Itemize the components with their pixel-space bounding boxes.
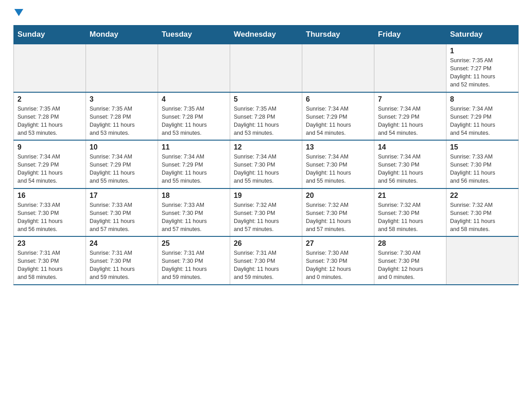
day-number: 15 [450,143,515,151]
calendar-cell-week2-day4: 13Sunrise: 7:34 AM Sunset: 7:30 PM Dayli… [302,140,374,188]
calendar-cell-week4-day3: 26Sunrise: 7:31 AM Sunset: 7:30 PM Dayli… [230,236,302,285]
day-info: Sunrise: 7:31 AM Sunset: 7:30 PM Dayligh… [90,249,154,282]
calendar-cell-week1-day3: 5Sunrise: 7:35 AM Sunset: 7:28 PM Daylig… [230,92,302,141]
day-number: 16 [17,192,82,200]
calendar-cell-week2-day2: 11Sunrise: 7:34 AM Sunset: 7:29 PM Dayli… [158,140,230,188]
day-info: Sunrise: 7:34 AM Sunset: 7:30 PM Dayligh… [234,153,298,185]
day-number: 10 [90,143,154,151]
calendar-header-row: Sunday Monday Tuesday Wednesday Thursday… [14,26,519,44]
day-info: Sunrise: 7:31 AM Sunset: 7:30 PM Dayligh… [162,249,226,282]
day-info: Sunrise: 7:32 AM Sunset: 7:30 PM Dayligh… [450,201,515,234]
calendar-cell-week0-day2 [158,44,230,92]
calendar-cell-week3-day2: 18Sunrise: 7:33 AM Sunset: 7:30 PM Dayli… [158,188,230,237]
day-info: Sunrise: 7:34 AM Sunset: 7:29 PM Dayligh… [306,105,370,137]
logo-triangle-icon [14,9,23,16]
calendar-cell-week0-day0 [14,44,86,92]
day-number: 27 [306,240,370,248]
day-number: 9 [17,143,82,151]
day-info: Sunrise: 7:34 AM Sunset: 7:29 PM Dayligh… [90,153,154,185]
calendar-cell-week3-day4: 20Sunrise: 7:32 AM Sunset: 7:30 PM Dayli… [302,188,374,237]
calendar-cell-week1-day1: 3Sunrise: 7:35 AM Sunset: 7:28 PM Daylig… [86,92,158,141]
calendar-table: Sunday Monday Tuesday Wednesday Thursday… [13,25,519,285]
day-number: 2 [17,95,82,103]
day-number: 1 [450,47,515,55]
calendar-cell-week1-day0: 2Sunrise: 7:35 AM Sunset: 7:28 PM Daylig… [14,92,86,141]
calendar-cell-week4-day2: 25Sunrise: 7:31 AM Sunset: 7:30 PM Dayli… [158,236,230,285]
day-number: 11 [162,143,226,151]
calendar-cell-week4-day5: 28Sunrise: 7:30 AM Sunset: 7:30 PM Dayli… [374,236,446,285]
calendar-week-row-4: 23Sunrise: 7:31 AM Sunset: 7:30 PM Dayli… [14,236,519,285]
day-info: Sunrise: 7:34 AM Sunset: 7:30 PM Dayligh… [378,153,442,185]
day-info: Sunrise: 7:34 AM Sunset: 7:29 PM Dayligh… [450,105,515,137]
day-number: 6 [306,95,370,103]
day-number: 20 [306,192,370,200]
day-number: 21 [378,192,442,200]
day-number: 12 [234,143,298,151]
day-info: Sunrise: 7:34 AM Sunset: 7:30 PM Dayligh… [306,153,370,185]
calendar-cell-week2-day5: 14Sunrise: 7:34 AM Sunset: 7:30 PM Dayli… [374,140,446,188]
day-info: Sunrise: 7:35 AM Sunset: 7:28 PM Dayligh… [234,105,298,137]
day-number: 23 [17,240,82,248]
calendar-cell-week4-day4: 27Sunrise: 7:30 AM Sunset: 7:30 PM Dayli… [302,236,374,285]
day-info: Sunrise: 7:34 AM Sunset: 7:29 PM Dayligh… [378,105,442,137]
day-info: Sunrise: 7:31 AM Sunset: 7:30 PM Dayligh… [234,249,298,282]
calendar-cell-week1-day6: 8Sunrise: 7:34 AM Sunset: 7:29 PM Daylig… [446,92,519,141]
calendar-cell-week4-day6 [446,236,519,285]
day-number: 4 [162,95,226,103]
calendar-cell-week0-day5 [374,44,446,92]
day-number: 17 [90,192,154,200]
day-number: 24 [90,240,154,248]
calendar-cell-week3-day5: 21Sunrise: 7:32 AM Sunset: 7:30 PM Dayli… [374,188,446,237]
day-number: 8 [450,95,515,103]
col-monday: Monday [86,26,158,44]
col-wednesday: Wednesday [230,26,302,44]
day-info: Sunrise: 7:33 AM Sunset: 7:30 PM Dayligh… [17,201,82,234]
day-number: 22 [450,192,515,200]
day-info: Sunrise: 7:32 AM Sunset: 7:30 PM Dayligh… [234,201,298,234]
calendar-week-row-3: 16Sunrise: 7:33 AM Sunset: 7:30 PM Dayli… [14,188,519,237]
calendar-cell-week3-day0: 16Sunrise: 7:33 AM Sunset: 7:30 PM Dayli… [14,188,86,237]
day-info: Sunrise: 7:32 AM Sunset: 7:30 PM Dayligh… [378,201,442,234]
day-info: Sunrise: 7:35 AM Sunset: 7:28 PM Dayligh… [90,105,154,137]
calendar-cell-week2-day0: 9Sunrise: 7:34 AM Sunset: 7:29 PM Daylig… [14,140,86,188]
col-friday: Friday [374,26,446,44]
day-info: Sunrise: 7:35 AM Sunset: 7:28 PM Dayligh… [17,105,82,137]
day-number: 13 [306,143,370,151]
day-info: Sunrise: 7:33 AM Sunset: 7:30 PM Dayligh… [162,201,226,234]
day-number: 19 [234,192,298,200]
calendar-cell-week3-day3: 19Sunrise: 7:32 AM Sunset: 7:30 PM Dayli… [230,188,302,237]
day-number: 25 [162,240,226,248]
calendar-cell-week4-day1: 24Sunrise: 7:31 AM Sunset: 7:30 PM Dayli… [86,236,158,285]
calendar-cell-week2-day1: 10Sunrise: 7:34 AM Sunset: 7:29 PM Dayli… [86,140,158,188]
calendar-cell-week1-day4: 6Sunrise: 7:34 AM Sunset: 7:29 PM Daylig… [302,92,374,141]
day-info: Sunrise: 7:33 AM Sunset: 7:30 PM Dayligh… [450,153,515,185]
calendar-cell-week0-day6: 1Sunrise: 7:35 AM Sunset: 7:27 PM Daylig… [446,44,519,92]
day-info: Sunrise: 7:34 AM Sunset: 7:29 PM Dayligh… [162,153,226,185]
day-number: 26 [234,240,298,248]
day-number: 14 [378,143,442,151]
col-saturday: Saturday [446,26,519,44]
col-sunday: Sunday [14,26,86,44]
day-number: 28 [378,240,442,248]
calendar-cell-week2-day3: 12Sunrise: 7:34 AM Sunset: 7:30 PM Dayli… [230,140,302,188]
col-thursday: Thursday [302,26,374,44]
day-number: 3 [90,95,154,103]
day-number: 18 [162,192,226,200]
day-info: Sunrise: 7:33 AM Sunset: 7:30 PM Dayligh… [90,201,154,234]
page-header [13,9,519,18]
calendar-cell-week2-day6: 15Sunrise: 7:33 AM Sunset: 7:30 PM Dayli… [446,140,519,188]
day-number: 5 [234,95,298,103]
calendar-cell-week3-day6: 22Sunrise: 7:32 AM Sunset: 7:30 PM Dayli… [446,188,519,237]
day-info: Sunrise: 7:35 AM Sunset: 7:28 PM Dayligh… [162,105,226,137]
calendar-cell-week3-day1: 17Sunrise: 7:33 AM Sunset: 7:30 PM Dayli… [86,188,158,237]
calendar-week-row-1: 2Sunrise: 7:35 AM Sunset: 7:28 PM Daylig… [14,92,519,141]
day-info: Sunrise: 7:30 AM Sunset: 7:30 PM Dayligh… [306,249,370,282]
calendar-week-row-0: 1Sunrise: 7:35 AM Sunset: 7:27 PM Daylig… [14,44,519,92]
day-info: Sunrise: 7:34 AM Sunset: 7:29 PM Dayligh… [17,153,82,185]
calendar-cell-week0-day1 [86,44,158,92]
day-number: 7 [378,95,442,103]
calendar-cell-week1-day2: 4Sunrise: 7:35 AM Sunset: 7:28 PM Daylig… [158,92,230,141]
calendar-cell-week4-day0: 23Sunrise: 7:31 AM Sunset: 7:30 PM Dayli… [14,236,86,285]
calendar-cell-week0-day3 [230,44,302,92]
day-info: Sunrise: 7:30 AM Sunset: 7:30 PM Dayligh… [378,249,442,282]
